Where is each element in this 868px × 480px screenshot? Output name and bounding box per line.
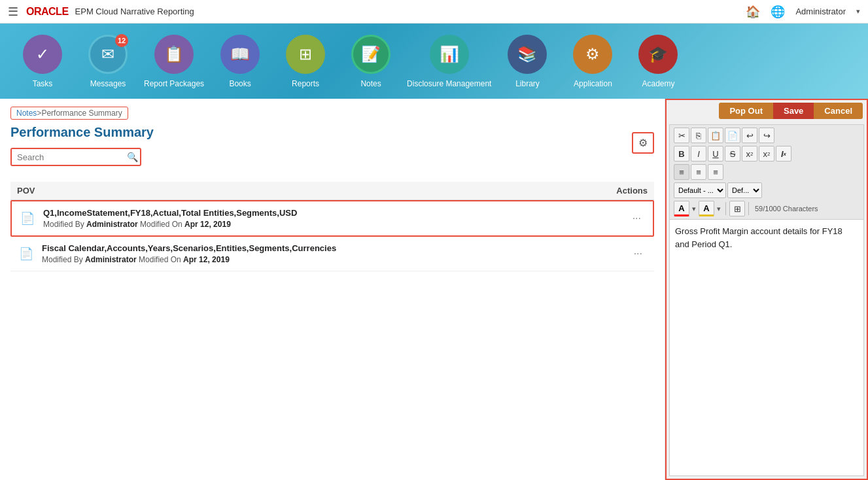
note-title: Fiscal Calendar,Accounts,Years,Scenarios… (42, 243, 629, 253)
toolbar-separator2 (748, 202, 749, 215)
cancel-button[interactable]: Cancel (814, 103, 863, 119)
home-icon[interactable]: 🏠 (746, 5, 760, 19)
nav-label-reports: Reports (292, 79, 319, 88)
oracle-logo: ORACLE (26, 6, 69, 18)
note-actions-button[interactable]: ··· (627, 210, 646, 227)
font-color-arrow[interactable]: ▾ (692, 205, 696, 213)
breadcrumb-separator: > (37, 109, 41, 118)
char-count: 59/1000 Characters (752, 205, 821, 213)
toolbar-row-5: A ▾ A ▾ ⊞ 59/1000 Characters (674, 201, 859, 216)
bold-button[interactable]: B (674, 146, 689, 162)
paste-special-button[interactable]: 📄 (725, 128, 740, 143)
user-dropdown-arrow[interactable]: ▾ (856, 7, 860, 16)
nav-label-tasks: Tasks (33, 79, 53, 88)
note-icon: 📄 (18, 209, 37, 228)
nav-icon-messages: ✉12 (88, 35, 128, 74)
toolbar-row-2: B I U S x2 x2 Ix (674, 146, 859, 162)
nav-item-reports[interactable]: ⊞Reports (276, 35, 335, 88)
editor-text: Gross Profit Margin account details for … (675, 226, 842, 249)
search-input[interactable] (17, 152, 127, 162)
highlight-color-button[interactable]: A (699, 201, 714, 216)
nav-item-disclosure[interactable]: 📊Disclosure Management (407, 35, 491, 88)
nav-item-books[interactable]: 📖Books (211, 35, 269, 88)
nav-label-library: Library (515, 79, 540, 88)
underline-button[interactable]: U (708, 146, 723, 162)
notes-list: 📄Q1,IncomeStatement,FY18,Actual,Total En… (10, 200, 654, 271)
note-row[interactable]: 📄Q1,IncomeStatement,FY18,Actual,Total En… (10, 200, 654, 237)
toolbar-row-4: Default - ... Def... (674, 182, 859, 198)
subscript-button[interactable]: x2 (742, 146, 757, 162)
nav-item-application[interactable]: ⚙Application (563, 35, 622, 88)
note-content: Fiscal Calendar,Accounts,Years,Scenarios… (42, 243, 629, 264)
note-meta: Modified By Administrator Modified On Ap… (42, 255, 629, 264)
nav-item-messages[interactable]: ✉12Messages (78, 35, 137, 88)
settings-button[interactable]: ⚙ (632, 132, 654, 154)
nav-item-notes[interactable]: 📝Notes (341, 35, 400, 88)
nav-icon-library: 📚 (508, 35, 547, 74)
nav-icon-reports: ⊞ (286, 35, 325, 74)
nav-item-academy[interactable]: 🎓Academy (629, 35, 687, 88)
superscript-button[interactable]: x2 (759, 146, 774, 162)
left-panel: Notes > Performance Summary Performance … (0, 99, 665, 480)
nav-label-academy: Academy (642, 79, 674, 88)
note-title: Q1,IncomeStatement,FY18,Actual,Total Ent… (43, 208, 627, 218)
nav-icon-disclosure: 📊 (430, 35, 469, 74)
align-left-button[interactable]: ≡ (674, 164, 689, 180)
breadcrumb-current: Performance Summary (41, 109, 122, 118)
note-actions-button[interactable]: ··· (629, 245, 648, 262)
note-row[interactable]: 📄Fiscal Calendar,Accounts,Years,Scenario… (10, 237, 654, 271)
nav-label-notes: Notes (360, 79, 381, 88)
toolbar-separator (725, 202, 726, 215)
nav-icon-report-packages: 📋 (154, 35, 194, 74)
table-header: POV Actions (10, 182, 654, 200)
editor-container: ✂ ⎘ 📋 📄 ↩ ↪ B I U S x2 x2 Ix (669, 124, 864, 476)
nav-bar: ✓Tasks✉12Messages📋Report Packages📖Books⊞… (0, 24, 868, 99)
nav-label-disclosure: Disclosure Management (407, 79, 491, 88)
nav-icon-academy: 🎓 (638, 35, 678, 74)
help-icon[interactable]: 🌐 (771, 5, 785, 19)
font-color-button[interactable]: A (674, 201, 689, 216)
top-bar-right: 🏠 🌐 Administrator ▾ (746, 5, 860, 19)
cut-button[interactable]: ✂ (674, 128, 689, 143)
nav-icon-tasks: ✓ (23, 35, 62, 74)
nav-item-report-packages[interactable]: 📋Report Packages (144, 35, 204, 88)
font-family-select[interactable]: Default - ... (674, 182, 726, 198)
search-bar: 🔍 (10, 148, 141, 166)
nav-item-library[interactable]: 📚Library (498, 35, 557, 88)
user-menu[interactable]: Administrator (795, 7, 846, 16)
strikethrough-button[interactable]: S (725, 146, 740, 162)
highlight-color-arrow[interactable]: ▾ (717, 205, 721, 213)
top-bar: ☰ ORACLE EPM Cloud Narrative Reporting 🏠… (0, 0, 868, 24)
insert-table-button[interactable]: ⊞ (729, 201, 745, 216)
font-size-select[interactable]: Def... (727, 182, 762, 198)
align-right-button[interactable]: ≡ (708, 164, 723, 180)
editor-toolbar: ✂ ⎘ 📋 📄 ↩ ↪ B I U S x2 x2 Ix (670, 125, 863, 220)
save-button[interactable]: Save (773, 103, 814, 119)
hamburger-menu[interactable]: ☰ (8, 5, 18, 19)
content-area: Notes > Performance Summary Performance … (0, 99, 868, 480)
redo-button[interactable]: ↪ (759, 128, 774, 143)
toolbar-row-1: ✂ ⎘ 📋 📄 ↩ ↪ (674, 128, 859, 143)
col-actions: Actions (616, 186, 648, 196)
copy-button[interactable]: ⎘ (691, 128, 706, 143)
toolbar-row-3: ≡ ≡ ≡ (674, 164, 859, 180)
popout-button[interactable]: Pop Out (719, 103, 773, 119)
italic-button[interactable]: I (691, 146, 706, 162)
clear-format-button[interactable]: Ix (776, 146, 791, 162)
breadcrumb: Notes > Performance Summary (10, 107, 128, 120)
editor-content[interactable]: Gross Profit Margin account details for … (670, 220, 863, 475)
col-pov: POV (17, 186, 35, 196)
align-center-button[interactable]: ≡ (691, 164, 706, 180)
nav-label-messages: Messages (90, 79, 126, 88)
breadcrumb-parent[interactable]: Notes (16, 109, 37, 118)
note-content: Q1,IncomeStatement,FY18,Actual,Total Ent… (43, 208, 627, 229)
nav-label-report-packages: Report Packages (144, 79, 204, 88)
note-icon: 📄 (17, 245, 35, 263)
search-icon: 🔍 (127, 152, 138, 162)
page-title: Performance Summary (10, 125, 654, 140)
undo-button[interactable]: ↩ (742, 128, 757, 143)
nav-item-tasks[interactable]: ✓Tasks (13, 35, 72, 88)
editor-panel: Pop Out Save Cancel ✂ ⎘ 📋 📄 ↩ ↪ B (665, 99, 868, 480)
nav-label-books: Books (229, 79, 251, 88)
paste-button[interactable]: 📋 (708, 128, 723, 143)
